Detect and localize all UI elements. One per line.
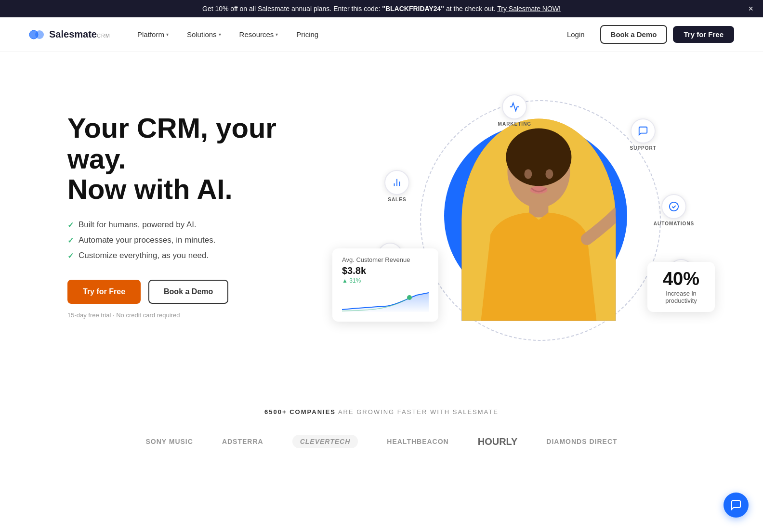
- hero-section: Your CRM, your way. Now with AI. ✓ Built…: [0, 52, 763, 379]
- logo-adsterra: ADSTERRA: [222, 438, 263, 445]
- productivity-desc: Increase in productivity: [657, 290, 705, 304]
- chevron-down-icon: ▾: [276, 32, 278, 37]
- nav-item-resources[interactable]: Resources ▾: [232, 26, 286, 42]
- automations-icon: [661, 194, 686, 219]
- hero-title: Your CRM, your way. Now with AI.: [67, 113, 318, 205]
- logos-title: 6500+ COMPANIES ARE GROWING FASTER WITH …: [39, 408, 724, 415]
- svg-point-5: [506, 128, 571, 186]
- nav-actions: Login Book a Demo Try for Free: [557, 25, 734, 44]
- revenue-value: $3.8k: [342, 265, 429, 276]
- nav-item-pricing[interactable]: Pricing: [289, 26, 326, 42]
- logo-healthbeacon: HEALTHBEACON: [387, 438, 448, 445]
- hero-person-image: [461, 118, 616, 321]
- feature-item: ✓ Customize everything, as you need.: [67, 251, 318, 260]
- support-icon: [631, 118, 656, 143]
- productivity-stat-card: 40% Increase in productivity: [647, 262, 715, 312]
- hero-visual: MARKETING SUPPORT SALES: [347, 81, 724, 350]
- revenue-stat-card: Avg. Customer Revenue $3.8k ▲ 31%: [332, 248, 438, 322]
- revenue-change: ▲ 31%: [342, 277, 429, 284]
- revenue-chart: [342, 288, 429, 312]
- automations-label: AUTOMATIONS: [654, 221, 695, 226]
- orbit-icon-support: SUPPORT: [630, 118, 657, 151]
- hero-book-demo-button[interactable]: Book a Demo: [148, 280, 228, 304]
- logo-diamonds-direct: Diamonds Direct: [546, 438, 617, 445]
- sales-label: SALES: [388, 197, 406, 202]
- hero-trial-note: 15-day free trial · No credit card requi…: [67, 311, 318, 319]
- check-icon: ✓: [67, 221, 74, 230]
- hero-cta: Try for Free Book a Demo: [67, 280, 318, 304]
- orbit-icon-marketing: MARKETING: [498, 94, 532, 127]
- book-demo-button[interactable]: Book a Demo: [600, 25, 668, 44]
- svg-point-9: [530, 186, 547, 194]
- logo[interactable]: SalesmateCRM: [29, 28, 110, 41]
- hero-content: Your CRM, your way. Now with AI. ✓ Built…: [67, 113, 318, 319]
- logo-clevertech: clevertech: [292, 435, 358, 448]
- support-label: SUPPORT: [630, 145, 657, 151]
- navbar: SalesmateCRM Platform ▾ Solutions ▾ Reso…: [0, 17, 763, 52]
- orbit-icon-sales: SALES: [384, 170, 409, 202]
- sales-icon: [384, 170, 409, 195]
- productivity-value: 40%: [657, 270, 705, 288]
- close-announcement-button[interactable]: ×: [748, 4, 753, 14]
- announcement-link[interactable]: Try Salesmate NOW!: [497, 5, 561, 13]
- nav-item-platform[interactable]: Platform ▾: [130, 26, 176, 42]
- svg-point-1: [35, 30, 44, 39]
- feature-item: ✓ Built for humans, powered by AI.: [67, 220, 318, 230]
- nav-item-solutions[interactable]: Solutions ▾: [179, 26, 229, 42]
- nav-links: Platform ▾ Solutions ▾ Resources ▾ Prici…: [130, 26, 557, 42]
- promo-code: "BLACKFRIDAY24": [382, 5, 444, 13]
- marketing-label: MARKETING: [498, 121, 532, 127]
- login-button[interactable]: Login: [557, 26, 594, 43]
- svg-point-7: [524, 169, 532, 179]
- check-icon: ✓: [67, 236, 74, 245]
- marketing-icon: [502, 94, 527, 119]
- logo-sony-music: SONY MUSIC: [145, 438, 193, 445]
- announcement-text: Get 10% off on all Salesmate annual plan…: [202, 5, 561, 13]
- logos-section: 6500+ COMPANIES ARE GROWING FASTER WITH …: [0, 379, 763, 467]
- chevron-down-icon: ▾: [166, 32, 169, 37]
- feature-item: ✓ Automate your processes, in minutes.: [67, 235, 318, 245]
- logo-text: SalesmateCRM: [49, 29, 110, 40]
- logo-hourly: Hourly: [478, 436, 518, 447]
- orbit-icon-automations: AUTOMATIONS: [654, 194, 695, 226]
- hero-features: ✓ Built for humans, powered by AI. ✓ Aut…: [67, 220, 318, 260]
- logo-icon: [29, 28, 46, 41]
- revenue-card-title: Avg. Customer Revenue: [342, 256, 429, 263]
- chevron-down-icon: ▾: [219, 32, 221, 37]
- logos-row: SONY MUSIC ADSTERRA clevertech HEALTHBEA…: [39, 435, 724, 448]
- check-icon: ✓: [67, 251, 74, 260]
- hero-try-free-button[interactable]: Try for Free: [67, 280, 141, 304]
- try-free-button[interactable]: Try for Free: [673, 26, 734, 43]
- svg-point-8: [545, 169, 553, 179]
- announcement-bar: Get 10% off on all Salesmate annual plan…: [0, 0, 763, 17]
